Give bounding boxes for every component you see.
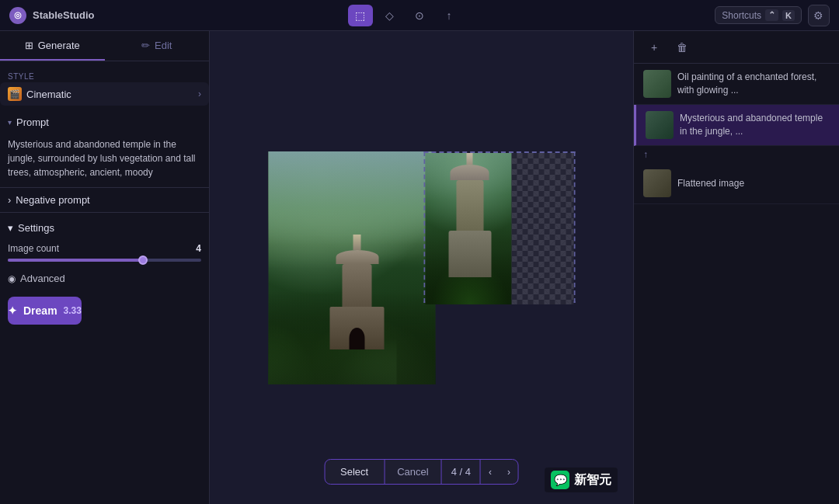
- prompt-label: Prompt: [16, 116, 49, 128]
- rt-cap: [451, 165, 489, 180]
- temple-base: [330, 307, 385, 349]
- item-2-thumbnail: [646, 111, 674, 139]
- right-sidebar-header: + 🗑: [634, 31, 839, 64]
- canvas-left-image: [268, 151, 435, 384]
- sidebar-item-1[interactable]: Oil painting of a enchanted forest, with…: [634, 64, 839, 105]
- canvas-composite: [268, 151, 575, 384]
- canvas-right-tower: [425, 153, 514, 304]
- dream-icon: ✦: [8, 304, 17, 317]
- sidebar-item-2[interactable]: Mysterious and abandoned temple in the j…: [634, 105, 839, 146]
- item-3-label: Flattened image: [677, 177, 830, 190]
- select-tool-button[interactable]: ⬚: [348, 5, 373, 26]
- tab-edit[interactable]: ✏ Edit: [105, 31, 210, 61]
- rt-tower: [456, 180, 483, 231]
- canvas-right-extension: [423, 151, 575, 303]
- tab-generate-icon: ⊞: [25, 40, 33, 51]
- negative-prompt-label: Negative prompt: [16, 194, 89, 206]
- topnav: ◎ StableStudio ⬚ ◇ ⊙ ↑ Shortcuts ⌃ K ⚙: [0, 0, 839, 31]
- prompt-chevron-icon: ▾: [8, 118, 12, 127]
- canvas-image-base: [268, 151, 575, 384]
- tab-generate[interactable]: ⊞ Generate: [0, 31, 105, 61]
- wechat-icon: 💬: [551, 471, 569, 489]
- style-icon: 🎬: [8, 87, 22, 101]
- temple-door: [350, 328, 365, 349]
- tab-generate-label: Generate: [38, 40, 80, 51]
- item-2-label: Mysterious and abandoned temple in the j…: [680, 112, 830, 138]
- style-value: 🎬 Cinematic: [8, 87, 71, 101]
- page-indicator: 4 / 4: [442, 460, 481, 484]
- logo-area: ◎ StableStudio: [9, 7, 94, 24]
- sidebar-content: Style 🎬 Cinematic › ▾ Prompt Mysterious …: [0, 61, 209, 504]
- settings-label: Settings: [18, 222, 54, 234]
- advanced-label: Advanced: [20, 273, 65, 284]
- topnav-right: Shortcuts ⌃ K ⚙: [715, 5, 830, 26]
- tab-edit-label: Edit: [155, 40, 172, 51]
- tab-edit-icon: ✏: [141, 40, 150, 51]
- item-1-label: Oil painting of a enchanted forest, with…: [677, 71, 830, 97]
- dream-label: Dream: [23, 304, 57, 317]
- settings-section: ▾ Settings Image count 4 ◉ Advanced: [0, 212, 209, 289]
- select-button[interactable]: Select: [325, 460, 385, 484]
- rt-finial: [467, 153, 473, 165]
- image-count-row: Image count 4: [0, 240, 209, 259]
- share-button[interactable]: ↑: [634, 146, 839, 163]
- style-chevron-icon: ›: [198, 89, 201, 99]
- temple-top: [336, 250, 378, 264]
- negative-prompt-row[interactable]: › Negative prompt: [0, 187, 209, 212]
- prev-page-button[interactable]: ‹: [481, 461, 500, 484]
- image-count-slider[interactable]: [0, 259, 209, 268]
- main-area: ⊞ Generate ✏ Edit Style 🎬 Cinematic › ▾: [0, 31, 839, 504]
- shortcuts-button[interactable]: Shortcuts ⌃ K: [715, 6, 802, 24]
- temple-tower: [343, 264, 372, 307]
- temple-structure: [330, 235, 385, 349]
- style-section-label: Style: [0, 69, 209, 82]
- settings-chevron-icon: ▾: [8, 222, 13, 234]
- slider-track: [8, 259, 201, 262]
- slider-fill: [8, 259, 143, 262]
- topnav-tools: ⬚ ◇ ⊙ ↑: [348, 5, 461, 26]
- rt-base: [448, 231, 491, 277]
- prompt-header[interactable]: ▾ Prompt: [0, 112, 209, 133]
- export-button[interactable]: ↑: [437, 5, 461, 26]
- mask-tool-button[interactable]: ◇: [378, 5, 402, 26]
- shortcuts-label: Shortcuts: [722, 10, 761, 21]
- settings-header[interactable]: ▾ Settings: [0, 216, 209, 240]
- watermark: 💬 新智元: [545, 468, 618, 492]
- transparent-checkered: [511, 153, 573, 304]
- eye-icon: ◉: [8, 273, 16, 284]
- advanced-row[interactable]: ◉ Advanced: [0, 268, 209, 289]
- sidebar-item-3[interactable]: Flattened image: [634, 163, 839, 204]
- right-sidebar-items: Oil painting of a enchanted forest, with…: [634, 64, 839, 504]
- kbd1: ⌃: [765, 9, 778, 21]
- settings-button[interactable]: ⚙: [808, 5, 830, 26]
- item-1-thumbnail: [643, 70, 671, 98]
- image-count-label: Image count: [8, 243, 59, 254]
- next-page-button[interactable]: ›: [500, 461, 518, 484]
- prompt-text[interactable]: Mysterious and abandoned temple in the j…: [0, 133, 209, 187]
- canvas-area[interactable]: Select Cancel 4 / 4 ‹ › 💬 新智元: [210, 31, 633, 504]
- right-sidebar: + 🗑 Oil painting of a enchanted forest, …: [633, 31, 839, 504]
- style-value-label: Cinematic: [26, 89, 71, 100]
- negative-prompt-chevron-icon: ›: [8, 194, 11, 206]
- camera-tool-button[interactable]: ⊙: [407, 5, 432, 26]
- add-item-button[interactable]: +: [643, 36, 665, 58]
- item-3-thumbnail: [643, 169, 671, 197]
- app-logo-icon: ◎: [9, 7, 26, 24]
- bottom-toolbar: Select Cancel 4 / 4 ‹ ›: [324, 459, 519, 485]
- dream-button[interactable]: ✦ Dream 3.33: [8, 297, 82, 325]
- app-name: StableStudio: [33, 9, 94, 21]
- delete-item-button[interactable]: 🗑: [671, 36, 693, 58]
- dream-credits: 3.33: [64, 305, 82, 316]
- right-tower-shape: [448, 153, 491, 277]
- cancel-button[interactable]: Cancel: [385, 460, 441, 484]
- left-sidebar: ⊞ Generate ✏ Edit Style 🎬 Cinematic › ▾: [0, 31, 210, 504]
- style-selector[interactable]: 🎬 Cinematic ›: [0, 82, 209, 106]
- watermark-text: 新智元: [574, 472, 611, 488]
- sidebar-tabs: ⊞ Generate ✏ Edit: [0, 31, 209, 61]
- kbd2: K: [782, 10, 795, 21]
- slider-thumb[interactable]: [138, 255, 148, 265]
- temple-spire: [353, 235, 361, 250]
- image-count-value: 4: [196, 243, 201, 254]
